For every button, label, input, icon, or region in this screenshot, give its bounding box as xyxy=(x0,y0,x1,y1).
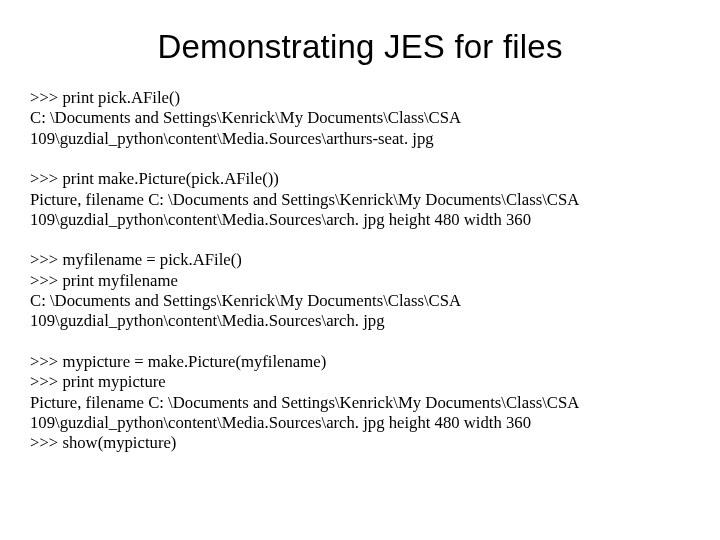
code-line: C: \Documents and Settings\Kenrick\My Do… xyxy=(30,291,690,332)
code-line: Picture, filename C: \Documents and Sett… xyxy=(30,190,690,231)
code-block-3: >>> myfilename = pick.AFile() >>> print … xyxy=(30,250,690,332)
code-block-1: >>> print pick.AFile() C: \Documents and… xyxy=(30,88,690,149)
code-line: Picture, filename C: \Documents and Sett… xyxy=(30,393,690,434)
code-line: >>> myfilename = pick.AFile() xyxy=(30,250,690,270)
code-line: >>> print myfilename xyxy=(30,271,690,291)
slide: Demonstrating JES for files >>> print pi… xyxy=(0,0,720,540)
code-line: >>> show(mypicture) xyxy=(30,433,690,453)
code-line: >>> print make.Picture(pick.AFile()) xyxy=(30,169,690,189)
code-block-2: >>> print make.Picture(pick.AFile()) Pic… xyxy=(30,169,690,230)
code-line: >>> mypicture = make.Picture(myfilename) xyxy=(30,352,690,372)
code-line: C: \Documents and Settings\Kenrick\My Do… xyxy=(30,108,690,149)
code-line: >>> print pick.AFile() xyxy=(30,88,690,108)
slide-title: Demonstrating JES for files xyxy=(30,28,690,66)
code-line: >>> print mypicture xyxy=(30,372,690,392)
code-block-4: >>> mypicture = make.Picture(myfilename)… xyxy=(30,352,690,454)
